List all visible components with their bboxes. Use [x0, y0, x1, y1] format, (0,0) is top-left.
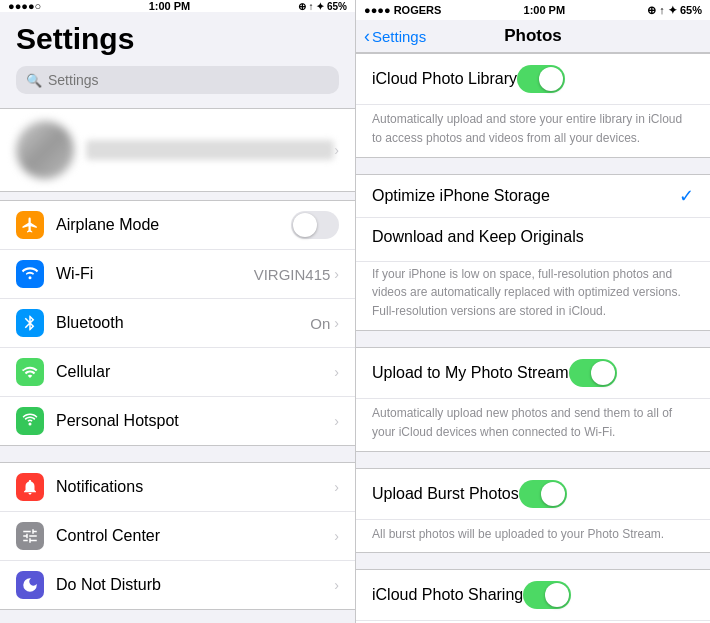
burst-photos-row[interactable]: Upload Burst Photos — [356, 468, 710, 520]
hotspot-chevron-icon: › — [334, 413, 339, 429]
icloud-sharing-row[interactable]: iCloud Photo Sharing — [356, 569, 710, 621]
carrier-left: ●●●●○ — [8, 0, 41, 12]
burst-photos-desc: All burst photos will be uploaded to you… — [372, 527, 664, 541]
toggle-knob — [541, 482, 565, 506]
icloud-sharing-section: iCloud Photo Sharing Create albums to sh… — [356, 569, 710, 623]
photo-stream-section: Upload to My Photo Stream Automatically … — [356, 347, 710, 452]
toggle-knob — [539, 67, 563, 91]
control-center-label: Control Center — [56, 527, 334, 545]
notifications-icon — [21, 478, 39, 496]
icloud-library-desc: Automatically upload and store your enti… — [372, 112, 682, 145]
icloud-library-section: iCloud Photo Library Automatically uploa… — [356, 53, 710, 158]
toggle-knob — [545, 583, 569, 607]
photo-stream-desc: Automatically upload new photos and send… — [372, 406, 672, 439]
bluetooth-label: Bluetooth — [56, 314, 310, 332]
search-icon: 🔍 — [26, 73, 42, 88]
wifi-value: VIRGIN415 — [254, 266, 331, 283]
burst-photos-section: Upload Burst Photos All burst photos wil… — [356, 468, 710, 554]
burst-photos-label: Upload Burst Photos — [372, 485, 519, 503]
checkmark-icon: ✓ — [679, 185, 694, 207]
hotspot-label: Personal Hotspot — [56, 412, 334, 430]
bluetooth-icon — [21, 314, 39, 332]
airplane-toggle[interactable] — [291, 211, 339, 239]
notifications-label: Notifications — [56, 478, 334, 496]
bluetooth-row[interactable]: Bluetooth On › — [0, 299, 355, 348]
control-icon-box — [16, 522, 44, 550]
notifications-row[interactable]: Notifications › — [0, 463, 355, 512]
cellular-icon — [21, 363, 39, 381]
burst-photos-desc-row: All burst photos will be uploaded to you… — [356, 520, 710, 554]
battery-icons-left: ⊕ ↑ ✦ 65% — [298, 1, 347, 12]
nav-bar: ‹ Settings Photos — [356, 20, 710, 53]
keep-originals-desc: If your iPhone is low on space, full-res… — [372, 267, 681, 319]
back-chevron-icon: ‹ — [364, 26, 370, 47]
hotspot-icon — [21, 412, 39, 430]
bluetooth-chevron-icon: › — [334, 315, 339, 331]
cellular-label: Cellular — [56, 363, 334, 381]
airplane-label: Airplane Mode — [56, 216, 291, 234]
network-section: Airplane Mode Wi-Fi VIRGIN415 › Bluetoot… — [0, 200, 355, 446]
cellular-chevron-icon: › — [334, 364, 339, 380]
control-icon — [21, 527, 39, 545]
hotspot-row[interactable]: Personal Hotspot › — [0, 397, 355, 445]
icloud-sharing-toggle[interactable] — [523, 581, 571, 609]
photo-stream-label: Upload to My Photo Stream — [372, 364, 569, 382]
cellular-icon-box — [16, 358, 44, 386]
wifi-icon-box — [16, 260, 44, 288]
cellular-row[interactable]: Cellular › — [0, 348, 355, 397]
profile-section[interactable]: › — [0, 108, 355, 192]
keep-originals-label: Download and Keep Originals — [372, 228, 584, 257]
icloud-sharing-label: iCloud Photo Sharing — [372, 586, 523, 604]
control-center-chevron-icon: › — [334, 528, 339, 544]
keep-originals-row[interactable]: Download and Keep Originals — [356, 218, 710, 262]
photo-stream-row[interactable]: Upload to My Photo Stream — [356, 347, 710, 399]
bluetooth-icon-box — [16, 309, 44, 337]
airplane-mode-row[interactable]: Airplane Mode — [0, 201, 355, 250]
keep-originals-desc-block: If your iPhone is low on space, full-res… — [356, 262, 710, 331]
left-panel: ●●●●○ 1:00 PM ⊕ ↑ ✦ 65% Settings 🔍 › Air… — [0, 0, 355, 623]
optimize-label: Optimize iPhone Storage — [372, 187, 679, 205]
wifi-row[interactable]: Wi-Fi VIRGIN415 › — [0, 250, 355, 299]
airplane-icon-box — [16, 211, 44, 239]
toggle-knob — [293, 213, 317, 237]
burst-photos-toggle[interactable] — [519, 480, 567, 508]
hotspot-icon-box — [16, 407, 44, 435]
notifications-chevron-icon: › — [334, 479, 339, 495]
status-bar-left: ●●●●○ 1:00 PM ⊕ ↑ ✦ 65% — [0, 0, 355, 12]
airplane-icon — [21, 216, 39, 234]
search-input[interactable] — [48, 72, 329, 88]
optimize-storage-row[interactable]: Optimize iPhone Storage ✓ — [356, 174, 710, 218]
icloud-library-desc-row: Automatically upload and store your enti… — [356, 105, 710, 158]
storage-section: Optimize iPhone Storage ✓ Download and K… — [356, 174, 710, 331]
system-section: Notifications › Control Center › Do Not … — [0, 462, 355, 610]
toggle-knob — [591, 361, 615, 385]
page-title: Photos — [504, 26, 562, 46]
back-label: Settings — [372, 28, 426, 45]
donotdisturb-chevron-icon: › — [334, 577, 339, 593]
status-bar-right: ●●●● ROGERS 1:00 PM ⊕ ↑ ✦ 65% — [356, 0, 710, 20]
time-left: 1:00 PM — [149, 0, 191, 12]
right-panel: ●●●● ROGERS 1:00 PM ⊕ ↑ ✦ 65% ‹ Settings… — [355, 0, 710, 623]
photo-stream-toggle[interactable] — [569, 359, 617, 387]
icloud-library-label: iCloud Photo Library — [372, 70, 517, 88]
donotdisturb-icon-box — [16, 571, 44, 599]
back-button[interactable]: ‹ Settings — [364, 26, 426, 47]
time-right: 1:00 PM — [524, 4, 566, 16]
control-center-row[interactable]: Control Center › — [0, 512, 355, 561]
profile-chevron-icon: › — [334, 142, 339, 158]
wifi-label: Wi-Fi — [56, 265, 254, 283]
moon-icon — [21, 576, 39, 594]
battery-icons-right: ⊕ ↑ ✦ 65% — [647, 4, 702, 17]
donotdisturb-row[interactable]: Do Not Disturb › — [0, 561, 355, 609]
wifi-icon — [21, 265, 39, 283]
photo-stream-desc-row: Automatically upload new photos and send… — [356, 399, 710, 452]
avatar — [16, 121, 74, 179]
settings-title: Settings — [0, 12, 355, 60]
search-bar[interactable]: 🔍 — [16, 66, 339, 94]
icloud-library-row[interactable]: iCloud Photo Library — [356, 53, 710, 105]
icloud-library-toggle[interactable] — [517, 65, 565, 93]
wifi-chevron-icon: › — [334, 266, 339, 282]
photos-content: iCloud Photo Library Automatically uploa… — [356, 53, 710, 623]
notifications-icon-box — [16, 473, 44, 501]
donotdisturb-label: Do Not Disturb — [56, 576, 334, 594]
